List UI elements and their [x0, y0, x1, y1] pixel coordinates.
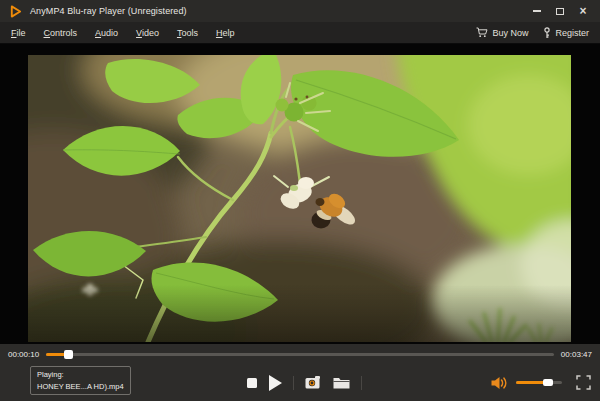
seek-row: 00:00:10 00:03:47 — [0, 344, 600, 364]
close-button[interactable]: × — [575, 3, 591, 19]
register-label: Register — [555, 28, 589, 38]
close-icon: × — [579, 5, 586, 17]
minimize-icon — [533, 10, 541, 12]
play-button[interactable] — [268, 375, 282, 391]
buy-now-label: Buy Now — [492, 28, 528, 38]
camera-icon — [305, 376, 322, 389]
snapshot-button[interactable] — [305, 376, 322, 389]
cart-icon — [476, 27, 488, 38]
volume-mute-button[interactable] — [491, 376, 508, 390]
window-title: AnyMP4 Blu-ray Player (Unregistered) — [30, 6, 187, 16]
now-playing-label: Playing: — [37, 369, 124, 381]
fullscreen-button[interactable] — [576, 375, 591, 390]
key-icon — [543, 27, 551, 39]
menu-video[interactable]: Video — [136, 28, 159, 38]
control-bar: 00:00:10 00:03:47 Playing: HONEY BEE...A… — [0, 344, 600, 401]
stop-icon — [247, 378, 257, 388]
stop-button[interactable] — [247, 378, 257, 388]
menu-controls[interactable]: Controls — [44, 28, 78, 38]
play-icon — [268, 375, 282, 391]
menu-bar: File Controls Audio Video Tools Help Buy… — [0, 22, 600, 44]
seek-handle[interactable] — [64, 350, 73, 359]
menu-tools[interactable]: Tools — [177, 28, 198, 38]
current-time: 00:00:10 — [8, 350, 39, 359]
window-controls: × — [529, 3, 591, 19]
menu-right-actions: Buy Now Register — [476, 27, 589, 39]
register-button[interactable]: Register — [543, 27, 589, 39]
separator — [361, 376, 362, 390]
menu-audio[interactable]: Audio — [95, 28, 118, 38]
open-folder-button[interactable] — [333, 376, 350, 389]
menu-file[interactable]: File — [11, 28, 26, 38]
video-frame-bee-on-flower — [28, 55, 571, 342]
speaker-icon — [491, 376, 508, 390]
maximize-icon — [556, 8, 564, 15]
volume-slider[interactable] — [516, 381, 562, 384]
volume-fullscreen-controls — [491, 364, 591, 401]
seek-bar[interactable] — [46, 353, 554, 356]
maximize-button[interactable] — [552, 3, 568, 19]
app-window: AnyMP4 Blu-ray Player (Unregistered) × F… — [0, 0, 600, 401]
controls-row: Playing: HONEY BEE...A HD).mp4 — [0, 364, 600, 401]
video-stage — [0, 44, 600, 344]
video-display[interactable] — [28, 55, 571, 342]
minimize-button[interactable] — [529, 3, 545, 19]
now-playing-filename: HONEY BEE...A HD).mp4 — [37, 381, 124, 393]
buy-now-button[interactable]: Buy Now — [476, 27, 528, 38]
separator — [293, 376, 294, 390]
app-logo-icon — [9, 5, 22, 18]
menu-help[interactable]: Help — [216, 28, 235, 38]
folder-icon — [333, 376, 350, 389]
now-playing-box: Playing: HONEY BEE...A HD).mp4 — [30, 366, 131, 395]
fullscreen-icon — [576, 375, 591, 390]
volume-handle[interactable] — [543, 379, 553, 386]
playback-controls — [247, 375, 362, 391]
total-time: 00:03:47 — [561, 350, 592, 359]
title-bar: AnyMP4 Blu-ray Player (Unregistered) × — [0, 0, 600, 22]
